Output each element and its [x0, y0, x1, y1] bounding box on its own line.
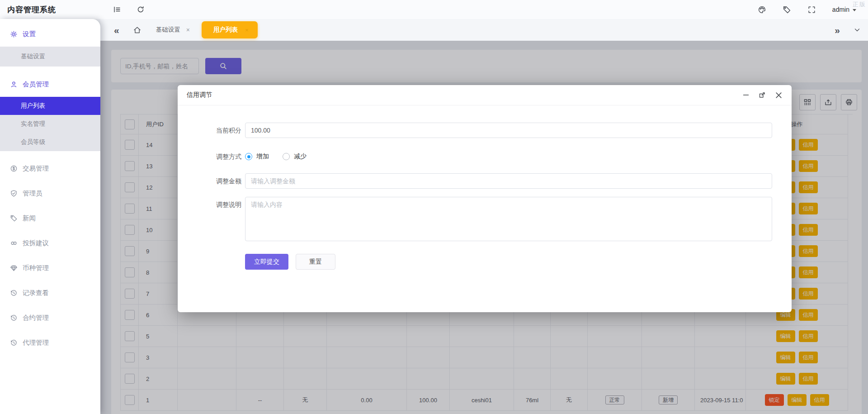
- sidebar: 设置 基础设置 会员管理 用户列表 实名管理 会员等级 交易管理 管理员 新闻 …: [0, 19, 100, 414]
- sidebar-item-feedback[interactable]: 投拆建议: [0, 235, 100, 251]
- sidebar-item-label: 设置: [23, 30, 36, 38]
- submit-button[interactable]: 立即提交: [245, 254, 288, 270]
- modal-controls: [742, 91, 783, 99]
- modal-title: 信用调节: [187, 91, 212, 99]
- reset-button[interactable]: 重置: [296, 254, 335, 270]
- sidebar-item-label: 记录查看: [23, 289, 49, 297]
- modal-body: 当前积分 调整方式 增加 减少 调整金额: [178, 105, 792, 270]
- sidebar-item-currency[interactable]: 币种管理: [0, 260, 100, 276]
- adjust-note-textarea[interactable]: [245, 197, 772, 241]
- tab-basic-settings[interactable]: 基础设置 ×: [156, 26, 190, 34]
- sidebar-item-label: 管理员: [23, 189, 42, 198]
- shield-check-icon: [10, 190, 18, 197]
- adjust-amount-input[interactable]: [245, 173, 772, 189]
- tab-user-list[interactable]: 用户列表 ×: [202, 21, 258, 38]
- field-label: 调整说明: [212, 197, 241, 212]
- tag-icon: [10, 214, 18, 222]
- watermark: 正版: [853, 0, 866, 9]
- history-icon: [10, 339, 18, 347]
- sidebar-item-admin[interactable]: 管理员: [0, 186, 100, 201]
- app-header: 内容管理系统 admin: [0, 0, 868, 19]
- tabs-scroll-right-icon[interactable]: »: [835, 25, 840, 35]
- caret-down-icon: [853, 9, 856, 11]
- form-row-current-points: 当前积分: [178, 123, 792, 138]
- user-icon: [10, 81, 18, 88]
- field-label: 当前积分: [212, 123, 241, 138]
- radio-label: 增加: [256, 152, 269, 161]
- radio-label: 减少: [294, 152, 307, 161]
- link-icon: [10, 239, 18, 247]
- form-row-adjust-amount: 调整金额: [178, 173, 792, 189]
- sidebar-item-news[interactable]: 新闻: [0, 210, 100, 226]
- credit-adjust-modal: 信用调节 当前积分 调整方式: [178, 85, 792, 312]
- current-points-input[interactable]: [245, 123, 772, 138]
- sidebar-item-label: 投拆建议: [23, 239, 49, 247]
- header-left-tools: [113, 5, 145, 14]
- close-icon[interactable]: ×: [245, 27, 249, 33]
- collapse-menu-icon[interactable]: [113, 5, 121, 14]
- close-icon[interactable]: ×: [186, 26, 190, 33]
- app: 内容管理系统 admin 正版: [0, 0, 868, 414]
- radio-decrease[interactable]: 减少: [283, 152, 307, 161]
- field-label: 调整方式: [212, 149, 241, 164]
- sidebar-item-label: 币种管理: [23, 264, 49, 272]
- sidebar-item-trade[interactable]: 交易管理: [0, 161, 100, 176]
- sidebar-item-contract[interactable]: 合约管理: [0, 310, 100, 325]
- tabbar-right-tools: »: [835, 25, 861, 35]
- history-icon: [10, 314, 18, 322]
- form-row-adjust-mode: 调整方式 增加 减少: [178, 149, 792, 164]
- tabs-scroll-left-icon[interactable]: «: [114, 25, 119, 35]
- home-icon[interactable]: [133, 26, 142, 34]
- field-label: 调整金额: [212, 173, 241, 189]
- modal-buttons: 立即提交 重置: [178, 254, 792, 270]
- sidebar-item-records[interactable]: 记录查看: [0, 285, 100, 300]
- sidebar-item-basic-settings[interactable]: 基础设置: [0, 47, 100, 67]
- minimize-icon[interactable]: [742, 91, 750, 99]
- gear-icon: [10, 30, 18, 38]
- sidebar-submenu-settings: 基础设置: [0, 47, 100, 67]
- refresh-icon[interactable]: [137, 5, 145, 14]
- radio-dot-icon: [283, 153, 290, 160]
- tab-bar: « 基础设置 × 用户列表 × »: [100, 19, 868, 41]
- sidebar-item-member-management[interactable]: 会员管理: [0, 76, 100, 92]
- sidebar-item-label: 合约管理: [23, 314, 49, 322]
- app-title: 内容管理系统: [0, 5, 100, 15]
- history-icon: [10, 289, 18, 297]
- sidebar-item-settings[interactable]: 设置: [0, 26, 100, 42]
- tabs-menu-icon[interactable]: [854, 26, 861, 33]
- username: admin: [832, 6, 849, 13]
- sidebar-submenu-member: 用户列表 实名管理 会员等级: [0, 97, 100, 151]
- form-row-adjust-note: 调整说明: [178, 197, 792, 243]
- close-icon[interactable]: [775, 91, 783, 99]
- modal-header: 信用调节: [178, 85, 792, 105]
- sidebar-item-label: 代理管理: [23, 338, 49, 347]
- sidebar-item-label: 新闻: [23, 214, 36, 223]
- tag-tool-icon[interactable]: [783, 5, 791, 14]
- tab-label: 基础设置: [156, 26, 180, 34]
- sidebar-item-realname[interactable]: 实名管理: [0, 115, 100, 133]
- sidebar-item-label: 会员管理: [23, 80, 49, 89]
- sidebar-item-agent[interactable]: 代理管理: [0, 335, 100, 350]
- coin-icon: [10, 165, 18, 172]
- fullscreen-icon[interactable]: [807, 5, 816, 14]
- theme-palette-icon[interactable]: [758, 5, 766, 14]
- gem-icon: [10, 264, 18, 272]
- radio-increase[interactable]: 增加: [245, 152, 269, 161]
- sidebar-item-member-level[interactable]: 会员等级: [0, 133, 100, 151]
- sidebar-item-user-list[interactable]: 用户列表: [0, 97, 100, 115]
- header-right-tools: admin: [758, 5, 856, 14]
- maximize-icon[interactable]: [759, 91, 766, 99]
- tab-label: 用户列表: [213, 26, 238, 34]
- radio-dot-icon: [245, 153, 252, 160]
- sidebar-item-label: 交易管理: [23, 164, 49, 173]
